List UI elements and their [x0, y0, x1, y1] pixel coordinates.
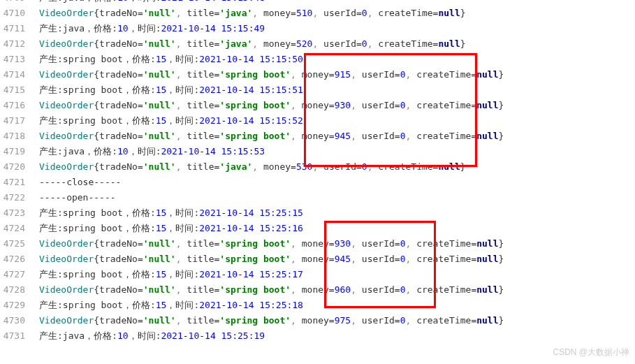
line-number: 4722: [0, 190, 39, 205]
log-line: 4712VideoOrder{tradeNo='null', title='ja…: [0, 36, 635, 52]
log-line: 4726VideoOrder{tradeNo='null', title='sp…: [0, 252, 635, 267]
line-number: 4727: [0, 267, 39, 282]
log-content: 产生:spring boot，价格:15，时间:2021-10-14 15:15…: [39, 82, 635, 98]
line-number: 4730: [0, 313, 39, 328]
line-number: 4710: [0, 6, 39, 21]
line-number: 4719: [0, 144, 39, 159]
log-line: 4717产生:spring boot，价格:15，时间:2021-10-14 1…: [0, 113, 635, 129]
log-content: VideoOrder{tradeNo='null', title='spring…: [39, 252, 635, 267]
log-line: 4725VideoOrder{tradeNo='null', title='sp…: [0, 236, 635, 252]
log-content: 产生:java，价格:10，时间:2021-10-14 15:15:49: [39, 21, 635, 36]
log-line: 4713产生:spring boot，价格:15，时间:2021-10-14 1…: [0, 52, 635, 67]
line-number: 4725: [0, 236, 39, 252]
log-content: VideoOrder{tradeNo='null', title='java',…: [39, 6, 635, 21]
log-content: 产生:spring boot，价格:15，时间:2021-10-14 15:25…: [39, 298, 635, 313]
log-content: 产生:spring boot，价格:15，时间:2021-10-14 15:25…: [39, 267, 635, 282]
log-line: 4710VideoOrder{tradeNo='null', title='ja…: [0, 6, 635, 21]
log-content: VideoOrder{tradeNo='null', title='spring…: [39, 313, 635, 328]
log-content: -----close-----: [39, 175, 635, 190]
log-content: VideoOrder{tradeNo='null', title='java',…: [39, 36, 635, 52]
line-number: 4726: [0, 252, 39, 267]
log-line: 4711产生:java，价格:10，时间:2021-10-14 15:15:49: [0, 21, 635, 36]
log-content: VideoOrder{tradeNo='null', title='spring…: [39, 129, 635, 144]
log-line: 4719产生:java，价格:10，时间:2021-10-14 15:15:53: [0, 144, 635, 159]
line-number: 4709: [0, 0, 39, 6]
line-number: 4713: [0, 52, 39, 67]
watermark: CSDN @大数据小禅: [553, 344, 629, 360]
log-line: 4722-----open-----: [0, 190, 635, 205]
log-line: 4718VideoOrder{tradeNo='null', title='sp…: [0, 129, 635, 144]
line-number: 4724: [0, 221, 39, 236]
line-number: 4721: [0, 175, 39, 190]
line-number: 4711: [0, 21, 39, 36]
line-number: 4729: [0, 298, 39, 313]
log-line: 4721-----close-----: [0, 175, 635, 190]
log-content: VideoOrder{tradeNo='null', title='spring…: [39, 67, 635, 82]
console-output: 4709产生:java，价格:10，时间:2021-10-14 15:15:48…: [0, 0, 635, 344]
log-line: 4709产生:java，价格:10，时间:2021-10-14 15:15:48: [0, 0, 635, 6]
log-content: 产生:spring boot，价格:15，时间:2021-10-14 15:25…: [39, 205, 635, 221]
line-number: 4717: [0, 113, 39, 129]
log-line: 4716VideoOrder{tradeNo='null', title='sp…: [0, 98, 635, 113]
log-content: VideoOrder{tradeNo='null', title='spring…: [39, 236, 635, 252]
line-number: 4723: [0, 205, 39, 221]
log-line: 4714VideoOrder{tradeNo='null', title='sp…: [0, 67, 635, 82]
log-content: 产生:spring boot，价格:15，时间:2021-10-14 15:15…: [39, 113, 635, 129]
log-line: 4724产生:spring boot，价格:15，时间:2021-10-14 1…: [0, 221, 635, 236]
log-line: 4729产生:spring boot，价格:15，时间:2021-10-14 1…: [0, 298, 635, 313]
log-line: 4730VideoOrder{tradeNo='null', title='sp…: [0, 313, 635, 328]
log-content: VideoOrder{tradeNo='null', title='spring…: [39, 98, 635, 113]
line-number: 4720: [0, 159, 39, 175]
log-content: VideoOrder{tradeNo='null', title='spring…: [39, 282, 635, 298]
log-line: 4731产生:java，价格:10，时间:2021-10-14 15:25:19: [0, 328, 635, 344]
log-content: 产生:java，价格:10，时间:2021-10-14 15:15:53: [39, 144, 635, 159]
line-number: 4716: [0, 98, 39, 113]
log-line: 4728VideoOrder{tradeNo='null', title='sp…: [0, 282, 635, 298]
log-content: 产生:java，价格:10，时间:2021-10-14 15:25:19: [39, 328, 635, 344]
log-content: VideoOrder{tradeNo='null', title='java',…: [39, 159, 635, 175]
log-content: 产生:java，价格:10，时间:2021-10-14 15:15:48: [39, 0, 635, 6]
log-line: 4727产生:spring boot，价格:15，时间:2021-10-14 1…: [0, 267, 635, 282]
line-number: 4728: [0, 282, 39, 298]
line-number: 4715: [0, 82, 39, 98]
log-line: 4715产生:spring boot，价格:15，时间:2021-10-14 1…: [0, 82, 635, 98]
log-content: 产生:spring boot，价格:15，时间:2021-10-14 15:15…: [39, 52, 635, 67]
line-number: 4712: [0, 36, 39, 52]
log-line: 4723产生:spring boot，价格:15，时间:2021-10-14 1…: [0, 205, 635, 221]
line-number: 4714: [0, 67, 39, 82]
line-number: 4731: [0, 328, 39, 344]
log-line: 4720VideoOrder{tradeNo='null', title='ja…: [0, 159, 635, 175]
log-content: 产生:spring boot，价格:15，时间:2021-10-14 15:25…: [39, 221, 635, 236]
log-content: -----open-----: [39, 190, 635, 205]
line-number: 4718: [0, 129, 39, 144]
